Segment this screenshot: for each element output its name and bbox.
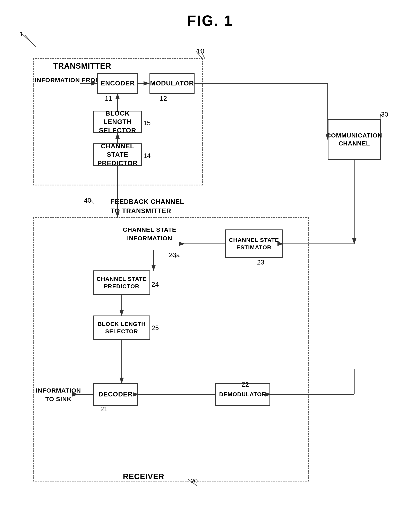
ref-23: 23 [257,259,264,266]
ref-14: 14 [143,152,151,159]
ref-21: 21 [100,405,108,413]
ref-15: 15 [143,119,151,127]
ref-22: 22 [242,381,249,388]
modulator-label: MODULATOR [150,79,194,88]
block-length-selector-tx-box: BLOCK LENGTH SELECTOR [93,111,142,133]
decoder-label: DECODER [98,390,132,399]
ref-24: 24 [152,281,159,288]
feedback-channel-label: FEEDBACK CHANNEL TO TRANSMITTER [111,197,184,215]
demodulator-label: DEMODULATOR [219,391,266,398]
block-length-selector-rx-label: BLOCK LENGTH SELECTOR [98,320,146,335]
communication-channel-box: COMMUNICATION CHANNEL [328,119,381,160]
channel-state-predictor-tx-box: CHANNEL STATE PREDICTOR [93,144,142,166]
ref-12: 12 [160,95,167,102]
info-to-sink: INFORMATION TO SINK [36,386,81,403]
ref-10: 10 [197,47,204,55]
ref-20: 20 [191,477,198,485]
svg-line-2 [25,35,36,47]
encoder-box: ENCODER [97,73,138,94]
transmitter-label: TRANSMITTER [53,61,111,71]
channel-state-estimator-box: CHANNEL STATE ESTIMATOR [225,229,283,258]
encoder-label: ENCODER [101,79,135,88]
ref-25: 25 [152,324,159,332]
channel-state-predictor-tx-label: CHANNEL STATE PREDICTOR [94,142,141,168]
ref-23a: 23a [169,251,180,259]
decoder-box: DECODER [93,383,138,406]
ref-40: 40 [84,197,91,204]
channel-state-estimator-label: CHANNEL STATE ESTIMATOR [229,237,279,251]
modulator-box: MODULATOR [150,73,194,94]
block-length-selector-tx-label: BLOCK LENGTH SELECTOR [94,109,141,135]
figure-title: FIG. 1 [187,12,233,29]
channel-state-predictor-rx-label: CHANNEL STATE PREDICTOR [97,275,147,290]
communication-channel-label: COMMUNICATION CHANNEL [326,131,382,147]
channel-state-information-label: CHANNEL STATE INFORMATION [123,225,176,243]
channel-state-predictor-rx-box: CHANNEL STATE PREDICTOR [93,270,150,295]
receiver-label: RECEIVER [123,471,164,482]
ref-30: 30 [381,111,388,118]
ref-1: 1 [19,30,23,38]
block-length-selector-rx-box: BLOCK LENGTH SELECTOR [93,316,150,340]
ref-11: 11 [105,95,112,102]
